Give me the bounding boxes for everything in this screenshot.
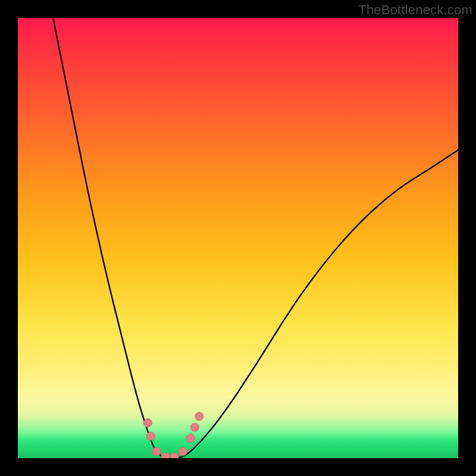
curve-marker [143,419,152,427]
watermark-text: TheBottleneck.com [358,2,472,18]
curve-marker [170,453,178,458]
curve-marker [195,412,203,421]
curve-marker [186,434,195,443]
bottleneck-curve [53,18,458,458]
chart-frame: TheBottleneck.com [0,0,476,476]
chart-plot-area [18,18,458,458]
curve-marker [179,447,187,456]
curve-marker [190,423,199,431]
curve-marker [152,447,161,456]
curve-marker [161,453,170,458]
marker-layer [143,412,203,458]
curve-marker [146,432,155,440]
chart-svg [18,18,458,458]
